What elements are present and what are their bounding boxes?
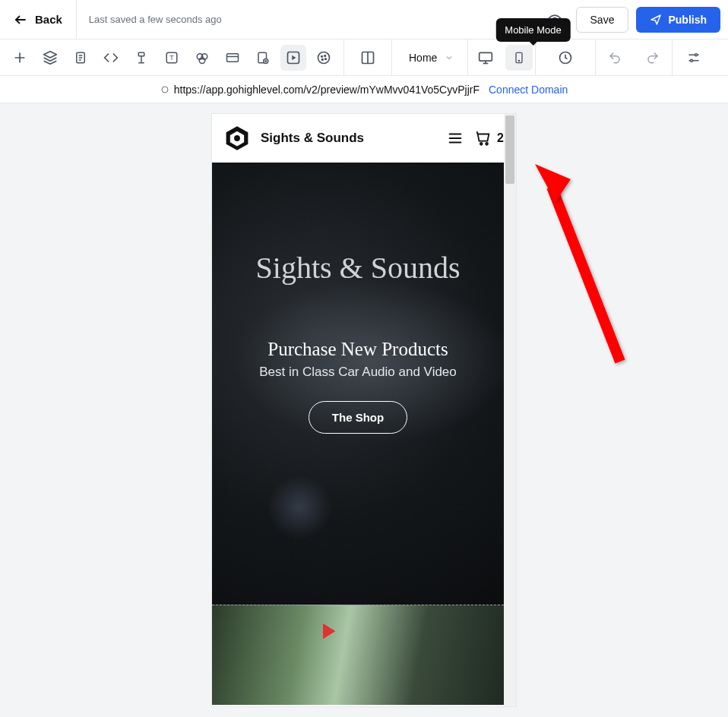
save-button[interactable]: Save [576,7,629,33]
svg-point-25 [318,52,330,63]
svg-rect-17 [227,53,239,62]
code-icon [103,50,119,65]
svg-point-26 [321,55,323,57]
structure-button[interactable] [126,39,157,76]
structure-icon [135,50,148,65]
publish-label: Publish [668,14,707,26]
mobile-mode-tooltip: Mobile Mode [495,18,570,42]
back-label: Back [35,13,62,26]
url-text: https://app.gohighlevel.com/v2/preview/m… [174,84,480,96]
desktop-icon [478,50,493,65]
svg-point-28 [322,58,324,60]
tool-group-viewport [468,39,536,75]
tool-group-history [536,39,596,75]
tool-group-page: Home [392,39,468,75]
svg-text:T: T [169,54,174,62]
page-icon [74,50,87,65]
tool-group-undo [596,39,673,75]
hero-section[interactable]: Sights & Sounds Purchase New Products Be… [212,163,504,605]
svg-rect-9 [138,52,144,56]
svg-marker-4 [44,51,57,57]
add-element-button[interactable] [5,39,35,76]
connect-domain-link[interactable]: Connect Domain [489,84,568,96]
svg-marker-49 [535,164,571,202]
hero-tagline: Best in Class Car Audio and Video [259,365,457,380]
undo-icon [607,51,622,65]
publish-button[interactable]: Publish [636,7,720,33]
shop-button[interactable]: The Shop [309,401,407,434]
form-button[interactable] [248,39,278,76]
tool-group-elements: T [0,39,344,75]
chevron-down-icon [445,53,454,62]
code-button[interactable] [96,39,126,76]
color-button[interactable] [187,39,217,76]
tool-group-layout [344,39,392,75]
mobile-icon [513,50,525,65]
tool-group-settings [673,39,715,75]
hero-title: Sights & Sounds [256,250,461,286]
cookie-button[interactable] [309,39,339,76]
page-button[interactable] [65,39,96,76]
cart-button[interactable]: 2 [474,130,504,147]
history-icon [558,50,573,65]
annotation-arrow [529,156,635,369]
undo-button[interactable] [596,39,634,76]
cart-icon [474,130,492,147]
svg-point-41 [691,59,693,62]
svg-rect-32 [480,52,492,61]
columns-button[interactable] [344,39,391,76]
mobile-preview-frame[interactable]: Sights & Sounds 2 Sights & Sounds Purcha… [212,114,516,706]
form-icon [256,50,270,65]
menu-icon [447,130,464,147]
preview-url: https://app.gohighlevel.com/v2/preview/m… [160,84,480,96]
page-selector[interactable]: Home [392,39,467,75]
image-section[interactable] [212,605,504,705]
settings-button[interactable] [673,39,715,76]
svg-point-36 [519,60,520,61]
editor-toolbar: T Home [0,39,728,76]
cart-count: 2 [497,131,504,145]
editor-canvas: Sights & Sounds 2 Sights & Sounds Purcha… [0,103,728,717]
svg-point-47 [480,143,483,145]
saved-status: Last saved a few seconds ago [77,14,533,25]
site-brand: Sights & Sounds [261,131,436,146]
svg-point-29 [325,58,327,59]
text-button[interactable]: T [157,39,187,76]
layers-button[interactable] [35,39,65,76]
sliders-icon [686,51,701,65]
site-header: Sights & Sounds 2 [212,114,516,163]
circle-icon [160,85,169,94]
app-header: Back Last saved a few seconds ago Mobile… [0,0,728,39]
site-logo [224,125,250,151]
svg-point-42 [162,87,168,93]
arrow-left-icon [14,13,27,27]
droplet-icon [195,50,209,65]
card-button[interactable] [217,39,248,76]
scrollbar-thumb[interactable] [505,115,514,184]
hamburger-menu-button[interactable] [447,130,464,147]
plus-icon [12,50,27,65]
preview-url-bar: https://app.gohighlevel.com/v2/preview/m… [0,76,728,103]
svg-point-48 [486,143,488,145]
columns-icon [360,50,375,65]
layers-icon [43,50,58,65]
svg-point-27 [324,55,326,56]
page-name: Home [409,52,437,64]
card-icon [225,51,240,65]
back-button[interactable]: Back [0,13,76,27]
header-actions: Mobile Mode Save Publish [533,6,728,33]
mobile-mode-button[interactable] [505,45,533,71]
svg-marker-24 [292,55,296,60]
desktop-mode-button[interactable] [468,39,503,76]
media-button[interactable] [280,45,306,71]
play-square-icon [286,50,301,65]
svg-point-43 [234,135,240,141]
hexagon-logo-icon [225,125,249,151]
version-button[interactable] [536,39,595,76]
redo-button[interactable] [634,39,672,76]
cookie-icon [316,50,331,65]
redo-icon [645,51,660,65]
send-icon [650,14,662,26]
svg-point-39 [695,53,698,55]
preview-scrollbar[interactable] [504,114,516,706]
